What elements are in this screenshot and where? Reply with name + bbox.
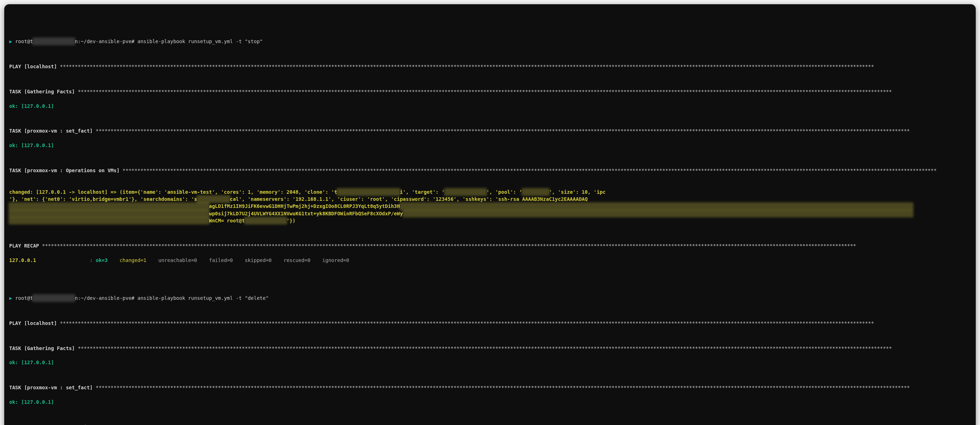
redacted-sshkey-pad: xxxxxxxxxxxxxxxxxxxxxxxxxxxxxxxxxxxxxxxx… (9, 217, 209, 224)
redacted-searchdomains: xxxxxxxxxxx (197, 195, 230, 203)
command-delete: ansible-playbook runsetup_vm.yml -t "del… (137, 295, 269, 301)
task-setfact-label: TASK [proxmox-vm : set_fact] (9, 385, 93, 390)
changed-between1: i', 'target': ' (400, 189, 444, 195)
task-operations-vms: TASK [proxmox-vm : Operations on VMs] **… (9, 167, 969, 174)
play-header: PLAY [localhost] ***********************… (9, 320, 969, 327)
task-gathering-facts: TASK [Gathering Facts] *****************… (9, 88, 969, 95)
recap-ignored: ignored=0 (322, 257, 349, 263)
recap-row: 127.0.0.1 : ok=3 changed=1 unreachable=0… (9, 257, 969, 264)
redacted-pool: xxxxxxxxx (522, 189, 549, 195)
changed-item-stop: changed: [127.0.0.1 -> localhost] => (it… (9, 189, 969, 224)
changed-line4: wp0sij7kLD7U2j4UVLWYG4XX1NVwuKG1txt+yk8K… (209, 211, 403, 216)
changed-between3: ', 'size': 10, 'ipc (549, 189, 606, 195)
changed-between2: ', 'pool': ' (487, 189, 522, 195)
play-localhost-label: PLAY [localhost] (9, 320, 57, 326)
redacted-hostname: xxxxxxxxxxxxxx (33, 295, 75, 301)
recap-ok: ok=3 (95, 257, 108, 263)
changed-line5b: '}) (286, 218, 296, 224)
prompt-path: n:~/dev-ansible-pve# (75, 38, 134, 44)
recap-sep: : (36, 257, 93, 263)
prompt-user: root@t (15, 38, 33, 44)
star-divider: ****************************************… (60, 320, 874, 326)
recap-skipped: skipped=0 (245, 257, 272, 263)
prompt-arrow-icon: ▶ (9, 295, 12, 301)
redacted-target: xxxxxxxxxxxxxx (445, 189, 487, 195)
changed-line1: changed: [127.0.0.1 -> localhost] => (it… (9, 189, 337, 195)
redacted-sshkey-prefix2: xxxxxxxxxxxxxxxxxxxxxxxxxxxxxxxxxxxxxxxx… (9, 210, 209, 217)
recap-unreachable: unreachable=0 (158, 257, 197, 263)
ok-line: ok: [127.0.0.1] (9, 142, 969, 149)
redacted-sshkey-mid: xxxxxxxxxxxxxxxxxxxxxxxxxxxxxxxxxxxxxxxx… (400, 203, 913, 210)
star-divider: ****************************************… (123, 168, 937, 173)
redacted-root-host: xxxxxxxxxxxxxx (245, 217, 286, 224)
play-recap: PLAY RECAP *****************************… (9, 242, 969, 249)
redacted-sshkey-prefix: xxxxxxxxxxxxxxxxxxxxxxxxxxxxxxxxxxxxxxxx… (9, 203, 209, 210)
recap-failed: failed=0 (209, 257, 233, 263)
command-stop: ansible-playbook runsetup_vm.yml -t "sto… (137, 38, 262, 44)
star-divider: ****************************************… (78, 346, 892, 351)
task-gather-label: TASK [Gathering Facts] (9, 346, 75, 351)
redacted-clone: xxxxxxxxxxxxxxxxxxxxx (337, 189, 400, 195)
task-setfact-label: TASK [proxmox-vm : set_fact] (9, 128, 93, 134)
task-operations-vms: TASK [proxmox-vm : Operations on VMs] **… (9, 423, 969, 425)
ok-line: ok: [127.0.0.1] (9, 359, 969, 366)
terminal-window[interactable]: ▶ root@txxxxxxxxxxxxxxn:~/dev-ansible-pv… (4, 4, 976, 425)
prompt-arrow-icon: ▶ (9, 38, 12, 44)
changed-line5a: WnCM= root@t (209, 218, 245, 224)
prompt-path: n:~/dev-ansible-pve# (75, 295, 134, 301)
recap-changed: changed=1 (119, 257, 146, 263)
star-divider: ****************************************… (95, 385, 910, 390)
redacted-hostname: xxxxxxxxxxxxxx (33, 38, 75, 45)
redacted-sshkey-tail: xxxxxxxxxxxxxxxxxxxxxxxxxxxxxxxxxxxxxxxx… (403, 210, 913, 217)
star-divider: ****************************************… (60, 63, 874, 69)
changed-line3: agLD1fMz1IH9JiFK6evwG1DHHjTwPmj2hj+DzxgI… (209, 203, 400, 209)
task-set-fact: TASK [proxmox-vm : set_fact] ***********… (9, 127, 969, 134)
star-divider: ****************************************… (78, 89, 892, 94)
changed-line2b: cal', 'nameservers': '192.168.1.1', 'ciu… (230, 196, 588, 202)
changed-line2a: '}, 'net': {'net0': 'virtio,bridge=vmbr1… (9, 196, 197, 202)
star-divider: ****************************************… (42, 243, 856, 249)
play-localhost-label: PLAY [localhost] (9, 63, 57, 69)
recap-rescued: rescued=0 (284, 257, 311, 263)
task-gathering-facts: TASK [Gathering Facts] *****************… (9, 345, 969, 352)
prompt-line-stop: ▶ root@txxxxxxxxxxxxxxn:~/dev-ansible-pv… (9, 38, 969, 45)
play-recap-label: PLAY RECAP (9, 243, 39, 249)
task-set-fact: TASK [proxmox-vm : set_fact] ***********… (9, 384, 969, 391)
star-divider: ****************************************… (95, 128, 910, 134)
recap-ip: 127.0.0.1 (9, 257, 36, 263)
prompt-user: root@t (15, 295, 33, 301)
task-ops-label: TASK [proxmox-vm : Operations on VMs] (9, 168, 119, 173)
task-gather-label: TASK [Gathering Facts] (9, 89, 75, 94)
prompt-line-delete: ▶ root@txxxxxxxxxxxxxxn:~/dev-ansible-pv… (9, 295, 969, 301)
play-header: PLAY [localhost] ***********************… (9, 63, 969, 70)
ok-line: ok: [127.0.0.1] (9, 103, 969, 109)
ok-line: ok: [127.0.0.1] (9, 398, 969, 406)
